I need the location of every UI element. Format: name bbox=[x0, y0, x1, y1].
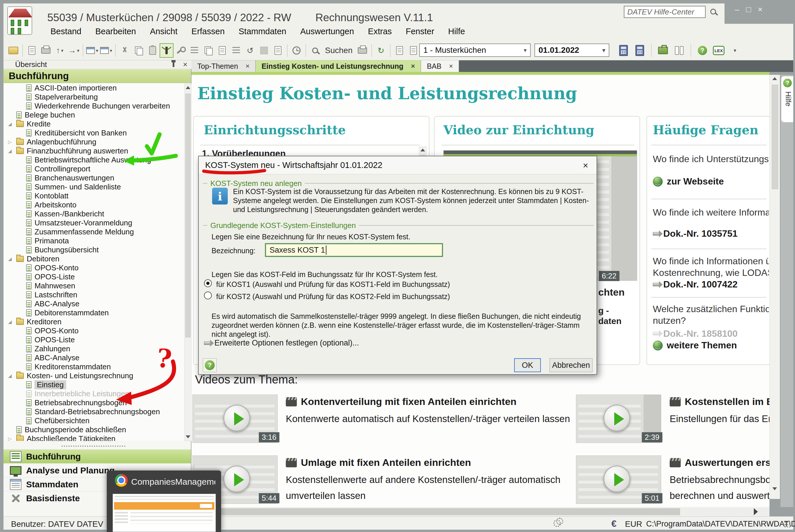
panel-close-icon[interactable]: × bbox=[183, 60, 187, 69]
tree-item[interactable]: Kassen-/Bankbericht bbox=[4, 209, 184, 218]
calculator-euro-button[interactable] bbox=[633, 43, 647, 58]
help-center-search-input[interactable] bbox=[624, 6, 706, 18]
expander-open-icon[interactable] bbox=[8, 148, 13, 154]
copy-button[interactable] bbox=[132, 43, 146, 58]
refresh-button[interactable] bbox=[374, 43, 388, 58]
export-button[interactable] bbox=[393, 43, 406, 58]
tree-item[interactable]: Lastschriften bbox=[4, 290, 184, 299]
scroll-up-icon[interactable] bbox=[420, 149, 425, 151]
menu-erfassen[interactable]: Erfassen bbox=[185, 27, 231, 36]
navigate-back-button[interactable]: ↑ bbox=[53, 43, 67, 58]
faq-link-doknr[interactable]: Dok.-Nr. 1007422 bbox=[653, 279, 769, 290]
maximize-button[interactable]: □ bbox=[743, 5, 754, 15]
menu-auswertungen[interactable]: Auswertungen bbox=[294, 27, 361, 36]
radio-kost2-label[interactable]: für KOST2 (Auswahl und Prüfung für das K… bbox=[216, 292, 450, 301]
window-layout-button[interactable] bbox=[99, 43, 113, 58]
tree-item[interactable]: Controllingreport bbox=[4, 165, 184, 173]
floating-window-preview[interactable] bbox=[113, 494, 216, 532]
tab-top-themen[interactable]: Top-Themen× bbox=[191, 60, 255, 72]
tree-view-button[interactable] bbox=[159, 43, 173, 58]
tree-item[interactable]: Buchungsperiode abschließen bbox=[4, 425, 184, 434]
dialog-close-icon[interactable]: × bbox=[579, 160, 592, 171]
tree-item[interactable]: Debitorenstammdaten bbox=[4, 308, 184, 317]
scroll-up-icon[interactable] bbox=[772, 77, 777, 80]
document-table-button[interactable] bbox=[215, 43, 229, 58]
bezeichnung-input[interactable]: Saxess KOST 1 bbox=[265, 243, 443, 257]
pin-icon[interactable] bbox=[173, 62, 174, 67]
search-icon[interactable] bbox=[710, 9, 716, 15]
faq-link-webseite[interactable]: zur Webseite bbox=[653, 176, 769, 187]
tree-item-betriebsabrechnungsbogen[interactable]: Betriebsabrechnungsbogen bbox=[4, 398, 184, 407]
settings-wrench-button[interactable] bbox=[173, 43, 187, 58]
tree-item[interactable]: Stapelverarbeitung bbox=[4, 93, 184, 101]
tree-folder[interactable]: Kreditoren bbox=[4, 317, 184, 326]
hilfe-side-tab[interactable]: Hilfe bbox=[781, 76, 793, 122]
tree-item[interactable]: Mahnwesen bbox=[4, 281, 184, 290]
content-horizontal-scrollbar[interactable] bbox=[191, 507, 770, 516]
tree-folder[interactable]: Abschließende Tätigkeiten bbox=[4, 434, 184, 441]
tree-item[interactable]: Kreditübersicht von Banken bbox=[4, 129, 184, 137]
menu-extras[interactable]: Extras bbox=[361, 27, 399, 36]
close-button[interactable]: × bbox=[754, 5, 766, 15]
menu-hilfe[interactable]: Hilfe bbox=[441, 27, 472, 36]
list-view-button[interactable] bbox=[229, 43, 243, 58]
panel-splitter[interactable] bbox=[61, 445, 125, 447]
content-vertical-scrollbar[interactable] bbox=[770, 75, 780, 499]
tree-item[interactable]: OPOS-Liste bbox=[4, 335, 184, 344]
faq-link-doknr-clipped[interactable]: Dok.-Nr. 1858100 bbox=[653, 330, 769, 337]
scroll-down-icon[interactable] bbox=[772, 487, 777, 490]
navigate-forward-button[interactable]: → bbox=[67, 43, 81, 58]
video-title[interactable]: Kontenverteilung mit fixen Anteilen einr… bbox=[286, 396, 564, 407]
period-select[interactable]: 01.01.2022▾ bbox=[534, 43, 609, 57]
cut-button[interactable] bbox=[118, 43, 132, 58]
tree-item[interactable]: Standard-Betriebsabrechnungsbogen bbox=[4, 407, 184, 416]
tree-item[interactable]: ABC-Analyse bbox=[4, 353, 184, 362]
expander-closed-icon[interactable] bbox=[8, 436, 13, 441]
tree-item[interactable]: Primanota bbox=[4, 236, 184, 245]
tab-einstieg-kost[interactable]: Einstieg Kosten- und Leistungsrechnung× bbox=[255, 60, 421, 72]
video-title[interactable]: Auswertungen erstellen bbox=[670, 457, 770, 468]
tree-folder[interactable]: Finanzbuchführung auswerten bbox=[4, 147, 184, 155]
tab-close-icon[interactable]: × bbox=[411, 62, 415, 70]
clock-button[interactable] bbox=[289, 43, 303, 58]
print-button[interactable] bbox=[39, 43, 53, 58]
radio-kost1-label[interactable]: für KOST1 (Auswahl und Prüfung für das K… bbox=[216, 280, 450, 289]
video-title[interactable]: Umlage mit fixen Anteilen einrichten bbox=[286, 457, 564, 468]
tree-item[interactable]: Chefübersichten bbox=[4, 416, 184, 425]
open-button[interactable] bbox=[6, 43, 20, 58]
expander-open-icon[interactable] bbox=[8, 319, 13, 325]
tree-item[interactable]: ASCII-Daten importieren bbox=[4, 83, 184, 93]
paste-button[interactable] bbox=[146, 43, 159, 58]
menu-ansicht[interactable]: Ansicht bbox=[143, 27, 185, 36]
play-icon[interactable] bbox=[604, 466, 630, 492]
print-preview-button[interactable] bbox=[25, 43, 39, 58]
tree-item[interactable]: Belege buchen bbox=[4, 111, 184, 119]
tree-item[interactable]: Kontoblatt bbox=[4, 191, 184, 201]
dialog-help-button[interactable] bbox=[203, 358, 217, 372]
play-icon[interactable] bbox=[604, 405, 630, 431]
play-icon[interactable] bbox=[223, 405, 250, 431]
booking-list-button[interactable] bbox=[187, 43, 201, 58]
video-title[interactable]: Kostenstellen im Belege buchen erfasse bbox=[670, 396, 770, 407]
tree-item[interactable]: ABC-Analyse bbox=[4, 299, 184, 308]
faq-link-weitere-themen[interactable]: weitere Themen bbox=[653, 340, 769, 351]
radio-kost2[interactable] bbox=[204, 291, 212, 299]
gears-icon[interactable] bbox=[553, 519, 561, 527]
toolbar-overflow-button[interactable]: ▾ bbox=[728, 43, 742, 58]
tree-folder[interactable]: Kosten- und Leistungsrechnung bbox=[4, 371, 184, 380]
tree-item[interactable]: Zusammenfassende Meldung bbox=[4, 227, 184, 236]
help-button[interactable] bbox=[696, 43, 709, 58]
radio-kost1[interactable] bbox=[204, 279, 212, 287]
expander-open-icon[interactable] bbox=[8, 121, 13, 127]
scrollbar-thumb[interactable] bbox=[185, 94, 191, 337]
tree-item-einstieg-selected[interactable]: Einstieg bbox=[4, 380, 184, 389]
undo-button[interactable] bbox=[243, 43, 257, 58]
nav-buchfuehrung[interactable]: Buchführung bbox=[3, 449, 191, 463]
tree-scrollbar[interactable] bbox=[185, 83, 191, 441]
tree-item[interactable]: Wiederkehrende Buchungen verarbeiten bbox=[4, 101, 184, 111]
briefcase-button[interactable] bbox=[656, 43, 670, 58]
ok-button[interactable]: OK bbox=[514, 358, 541, 372]
menu-bestand[interactable]: Bestand bbox=[43, 27, 88, 36]
import-button[interactable] bbox=[406, 43, 420, 58]
scroll-right-icon[interactable] bbox=[754, 508, 758, 515]
